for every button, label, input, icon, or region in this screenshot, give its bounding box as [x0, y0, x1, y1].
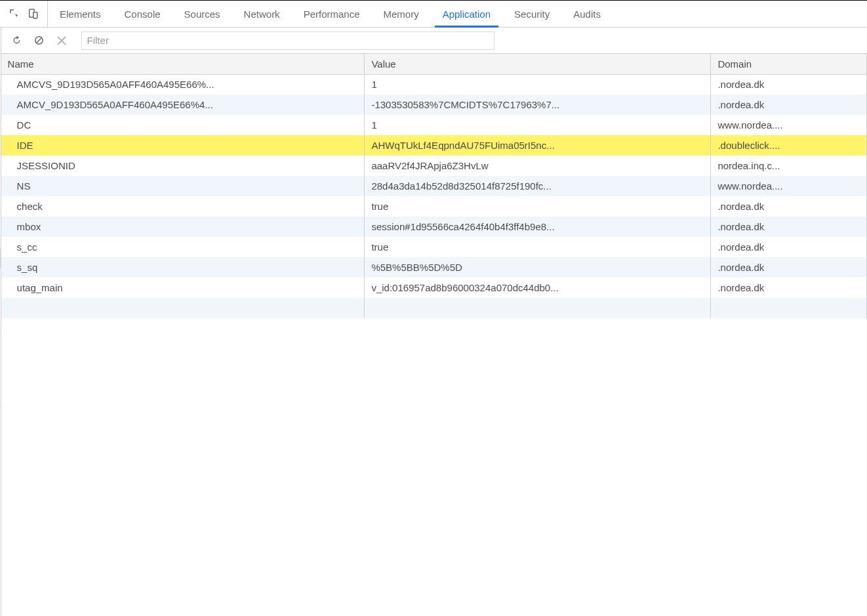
cell-cookie-name: mbox — [1, 216, 365, 237]
cell-cookie-domain: .doubleclick.... — [711, 135, 867, 155]
cell-cookie-value: 1 — [365, 115, 711, 135]
table-row[interactable]: AMCVS_9D193D565A0AFF460A495E66%...1.nord… — [1, 74, 867, 94]
close-icon[interactable] — [54, 33, 70, 49]
table-row[interactable]: NS28d4a3da14b52d8d325014f8725f190fc...ww… — [1, 176, 867, 196]
cell-cookie-value: %5B%5BB%5D%5D — [365, 257, 711, 277]
cell-cookie-value: true — [365, 196, 711, 216]
cell-cookie-domain: www.nordea.... — [711, 115, 867, 135]
tab-application[interactable]: Application — [431, 1, 502, 27]
column-header-value[interactable]: Value — [365, 54, 711, 74]
tab-memory[interactable]: Memory — [372, 1, 431, 27]
tab-audits[interactable]: Audits — [561, 1, 613, 27]
cell-cookie-name: utag_main — [1, 277, 365, 298]
cell-cookie-domain: .nordea.dk — [711, 277, 867, 298]
cell-cookie-domain: .nordea.dk — [711, 74, 867, 94]
cell-cookie-value: session#1d95566ca4264f40b4f3ff4b9e8... — [365, 216, 711, 237]
cell-cookie-value: AHWqTUkLf4EqpndAU75FUima05rI5nc... — [365, 135, 711, 155]
cookies-panel: Name Value Domain AMCVS_9D193D565A0AFF46… — [1, 28, 867, 616]
cell-cookie-name: AMCVS_9D193D565A0AFF460A495E66%... — [1, 74, 365, 94]
toggle-device-icon[interactable] — [24, 5, 42, 23]
cell-cookie-name: DC — [1, 115, 365, 135]
cell-cookie-value: 1 — [365, 74, 711, 94]
table-row[interactable]: mboxsession#1d95566ca4264f40b4f3ff4b9e8.… — [1, 216, 867, 237]
column-header-domain[interactable]: Domain — [711, 54, 867, 74]
cell-cookie-domain: .nordea.dk — [711, 237, 867, 257]
cookies-table: Name Value Domain AMCVS_9D193D565A0AFF46… — [1, 54, 867, 318]
cookies-toolbar — [1, 28, 867, 54]
cell-cookie-domain: nordea.inq.c... — [711, 155, 867, 176]
cell-cookie-value: -1303530583%7CMCIDTS%7C17963%7... — [365, 94, 711, 115]
cell-cookie-value: 28d4a3da14b52d8d325014f8725f190fc... — [365, 176, 711, 196]
tab-sources[interactable]: Sources — [172, 1, 232, 27]
table-row[interactable]: utag_mainv_id:016957ad8b96000324a070dc44… — [1, 277, 867, 298]
cell-cookie-domain: .nordea.dk — [711, 216, 867, 237]
svg-rect-1 — [33, 12, 37, 18]
tabbar-left-tools — [0, 1, 48, 27]
filter-input[interactable] — [81, 31, 494, 50]
tab-console[interactable]: Console — [113, 1, 172, 27]
column-header-name[interactable]: Name — [1, 54, 365, 74]
cell-cookie-domain: .nordea.dk — [711, 257, 867, 277]
refresh-icon[interactable] — [9, 33, 25, 49]
cell-cookie-name: AMCV_9D193D565A0AFF460A495E66%4... — [1, 94, 365, 115]
block-icon[interactable] — [31, 33, 47, 49]
cell-cookie-domain: .nordea.dk — [711, 196, 867, 216]
table-row[interactable]: JSESSIONIDaaaRV2f4JRApja6Z3HvLwnordea.in… — [1, 155, 867, 176]
cell-cookie-name: JSESSIONID — [1, 155, 365, 176]
cell-cookie-name: s_sq — [1, 257, 365, 277]
inspect-element-icon[interactable] — [5, 5, 24, 23]
tab-network[interactable]: Network — [232, 1, 292, 27]
cell-cookie-name: NS — [1, 176, 365, 196]
cell-cookie-name: check — [1, 196, 365, 216]
svg-line-39 — [36, 37, 42, 43]
cell-cookie-value: aaaRV2f4JRApja6Z3HvLw — [365, 155, 711, 176]
cell-cookie-name: s_cc — [1, 237, 365, 257]
table-row[interactable]: checktrue.nordea.dk — [1, 196, 867, 216]
cell-cookie-domain: www.nordea.... — [711, 176, 867, 196]
cell-cookie-name: IDE — [1, 135, 365, 155]
cell-cookie-value: true — [365, 237, 711, 257]
table-row[interactable]: s_sq%5B%5BB%5D%5D.nordea.dk — [1, 257, 867, 277]
cell-cookie-domain: .nordea.dk — [711, 94, 867, 115]
tab-elements[interactable]: Elements — [48, 1, 113, 27]
devtools-tabbar: ElementsConsoleSourcesNetworkPerformance… — [0, 0, 867, 28]
table-row[interactable]: DC1www.nordea.... — [1, 115, 867, 135]
table-row-empty — [1, 298, 867, 318]
tab-performance[interactable]: Performance — [292, 1, 372, 27]
table-row[interactable]: IDEAHWqTUkLf4EqpndAU75FUima05rI5nc....do… — [1, 135, 867, 155]
cell-cookie-value: v_id:016957ad8b96000324a070dc44db0... — [365, 277, 711, 298]
table-row[interactable]: s_cctrue.nordea.dk — [1, 237, 867, 257]
table-row[interactable]: AMCV_9D193D565A0AFF460A495E66%4...-13035… — [1, 94, 867, 115]
devtools-tabs: ElementsConsoleSourcesNetworkPerformance… — [48, 1, 613, 27]
tab-security[interactable]: Security — [502, 1, 561, 27]
